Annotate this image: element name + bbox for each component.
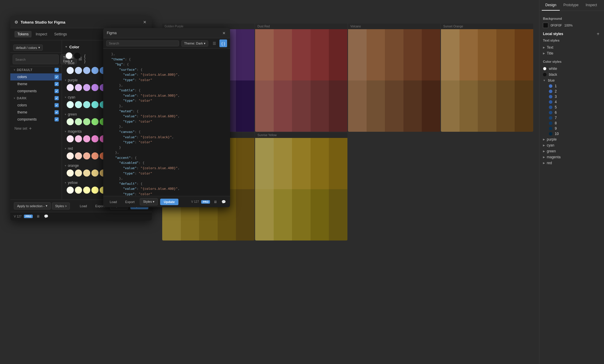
purple-swatch-3[interactable] [83,84,90,91]
yellow-swatch-4[interactable] [91,187,99,194]
style-group-green[interactable]: ▶ green [543,148,600,154]
yellow-swatch-2[interactable] [75,187,82,194]
components-checkbox[interactable] [55,89,59,93]
color-style-black[interactable]: black [543,72,600,78]
blue-swatch-3[interactable] [83,67,90,74]
new-set-button[interactable]: New set + [10,124,62,133]
json-desktop-icon[interactable]: 🖥 [212,199,218,205]
sidebar-group-dark[interactable]: ▼ dark [10,95,62,102]
text-styles-section: Text styles ▶ Text ▶ Title [543,39,600,56]
color-style-white[interactable]: white [543,66,600,72]
orange-swatch-1[interactable] [67,169,74,177]
blue-swatch-2[interactable] [75,67,82,74]
blue-10-item[interactable]: 10 [549,131,600,136]
json-export-button[interactable]: Export [122,199,137,205]
yellow-swatch-1[interactable] [67,187,74,194]
styles-button[interactable]: Styles > [52,202,70,210]
desktop-icon[interactable]: 🖥 [35,213,41,219]
default-checkbox[interactable] [55,68,59,72]
yellow-swatch-3[interactable] [83,187,90,194]
magenta-swatch-2[interactable] [75,135,82,142]
green-swatch-4[interactable] [91,118,99,125]
sidebar-item-theme[interactable]: theme [10,80,62,88]
colors-checkbox[interactable] [55,75,59,79]
orange-swatch-3[interactable] [83,169,90,177]
style-group-magenta[interactable]: ▶ magenta [543,154,600,160]
background-color-box[interactable] [543,23,548,28]
sidebar-item-dark-colors[interactable]: colors [10,102,62,109]
dark-theme-checkbox[interactable] [55,110,59,114]
magenta-swatch-1[interactable] [67,135,74,142]
blue-swatch-4[interactable] [91,67,99,74]
json-code-view[interactable]: { } [219,39,227,47]
blue-swatch-1[interactable] [67,67,74,74]
tab-inspect[interactable]: Inspect [582,0,601,11]
json-comment-icon[interactable]: 💬 [221,199,226,205]
sidebar-item-colors[interactable]: colors [10,73,62,80]
blue-6-item[interactable]: 6 [549,110,600,115]
add-local-style-button[interactable]: + [596,32,600,36]
black-swatch[interactable] [74,52,81,59]
orange-swatch-2[interactable] [75,169,82,177]
blue-3-item[interactable]: 3 [549,94,600,99]
magenta-swatch-3[interactable] [83,135,90,142]
tab-settings[interactable]: Settings [51,31,70,37]
green-swatch-2[interactable] [75,118,82,125]
json-list-view[interactable]: ☰ [211,39,218,47]
sidebar-item-dark-theme[interactable]: theme [10,109,62,116]
new-set-label: New set [14,126,27,131]
dark-colors-checkbox[interactable] [55,103,59,107]
dark-components-checkbox[interactable] [55,117,59,121]
magenta-swatch-4[interactable] [91,135,99,142]
style-group-text[interactable]: ▶ Text [543,45,600,50]
blue-5-item[interactable]: 5 [549,105,600,110]
close-button[interactable]: ✕ [142,19,148,25]
cyan-swatch-2[interactable] [75,101,82,108]
red-swatch-3[interactable] [83,152,90,159]
cyan-swatch-1[interactable] [67,101,74,108]
comment-icon[interactable]: 💬 [43,213,49,219]
search-input[interactable] [13,55,59,64]
red-swatch-4[interactable] [91,152,99,159]
orange-swatch-4[interactable] [91,169,99,177]
blue-2-item[interactable]: 2 [549,89,600,94]
style-group-red[interactable]: ▶ red [543,160,600,166]
sidebar-group-default[interactable]: ▼ default [10,66,62,73]
tab-prototype[interactable]: Prototype [560,0,582,11]
apply-to-selection-button[interactable]: Apply to selection - ▾ [14,202,51,210]
red-swatch-1[interactable] [67,152,74,159]
tab-tokens[interactable]: Tokens [14,31,32,37]
white-swatch[interactable] [65,52,73,59]
tab-design[interactable]: Design [542,0,560,11]
green-swatch-1[interactable] [67,118,74,125]
style-group-cyan[interactable]: ▶ cyan [543,142,600,148]
style-group-title[interactable]: ▶ Title [543,50,600,56]
theme-checkbox[interactable] [55,82,59,86]
red-swatch-2[interactable] [75,152,82,159]
blue-7-item[interactable]: 7 [549,115,600,121]
cyan-swatch-4[interactable] [91,101,99,108]
purple-swatch-1[interactable] [67,84,74,91]
blue-4-item[interactable]: 4 [549,99,600,105]
json-styles-dropdown[interactable]: Styles ▾ [140,198,158,205]
sidebar-item-components[interactable]: components [10,88,62,95]
json-theme-selector[interactable]: Theme: Dark ▾ [181,40,208,47]
blue-8-item[interactable]: 8 [549,121,600,126]
dark-checkbox[interactable] [55,96,59,100]
json-load-button[interactable]: Load [107,199,120,205]
blue-1-item[interactable]: 1 [549,83,600,89]
purple-swatch-2[interactable] [75,84,82,91]
blue-9-item[interactable]: 9 [549,126,600,131]
purple-swatch-4[interactable] [91,84,99,91]
json-search-input[interactable] [106,40,179,46]
color-style-blue[interactable]: ▼ blue [543,78,600,83]
style-group-purple[interactable]: ▶ purple [543,136,600,142]
sidebar-item-dark-components[interactable]: components [10,116,62,123]
json-close-button[interactable]: ✕ [221,30,226,36]
green-swatch-3[interactable] [83,118,90,125]
cyan-swatch-3[interactable] [83,101,90,108]
load-button[interactable]: Load [77,203,90,209]
path-selector[interactable]: default / colors ▾ [13,45,43,51]
json-update-button[interactable]: Update [160,199,178,205]
tab-inspect[interactable]: Inspect [33,31,50,37]
